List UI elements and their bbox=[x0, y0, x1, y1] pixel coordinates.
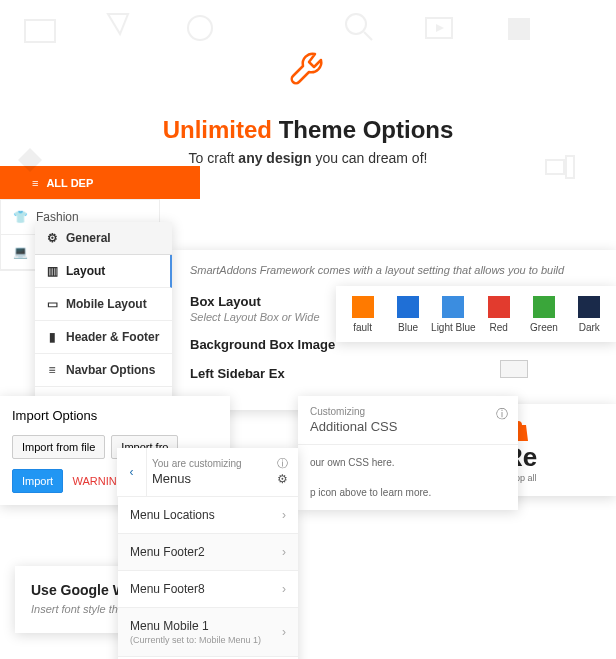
addcss-context: Customizing bbox=[310, 406, 506, 417]
color-swatches: fault Blue Light Blue Red Green Dark bbox=[336, 286, 616, 342]
addcss-body[interactable]: our own CSS here. p icon above to learn … bbox=[298, 445, 518, 510]
layout-icon: ▥ bbox=[45, 264, 59, 278]
tab-header-footer[interactable]: ▮Header & Footer bbox=[35, 321, 172, 354]
header-icon: ▮ bbox=[45, 330, 59, 344]
wrench-icon bbox=[285, 48, 331, 98]
tab-navbar-options[interactable]: ≡Navbar Options bbox=[35, 354, 172, 387]
swatch-default[interactable]: fault bbox=[340, 296, 385, 333]
menu-locations-item[interactable]: Menu Locations› bbox=[118, 497, 298, 534]
tab-mobile-layout[interactable]: ▭Mobile Layout bbox=[35, 288, 172, 321]
chevron-right-icon: › bbox=[282, 582, 286, 596]
layout-note: SmartAddons Framework comes with a layou… bbox=[190, 264, 598, 276]
help-icon[interactable]: ⓘ bbox=[277, 456, 288, 471]
help-icon[interactable]: ⓘ bbox=[496, 406, 508, 423]
navbar-icon: ≡ bbox=[45, 363, 59, 377]
settings-tabs: ⚙General ▥Layout ▭Mobile Layout ▮Header … bbox=[35, 222, 172, 420]
chevron-right-icon: › bbox=[282, 625, 286, 639]
left-sidebar-title: Left Sidebar Ex bbox=[190, 366, 598, 381]
customizer-menus-panel: ‹ You are customizing Menus ⓘ ⚙ Menu Loc… bbox=[118, 448, 298, 659]
swatch-red[interactable]: Red bbox=[476, 296, 521, 333]
swatch-blue[interactable]: Blue bbox=[385, 296, 430, 333]
swatch-dark[interactable]: Dark bbox=[567, 296, 612, 333]
page-title: Unlimited Theme Options bbox=[0, 116, 616, 144]
menu-footer8-item[interactable]: Menu Footer8› bbox=[118, 571, 298, 608]
settings-icon[interactable]: ⚙ bbox=[277, 472, 288, 486]
chevron-right-icon: › bbox=[282, 545, 286, 559]
import-button[interactable]: Import bbox=[12, 469, 63, 493]
page-subtitle: To craft any design you can dream of! bbox=[0, 150, 616, 166]
back-button[interactable]: ‹ bbox=[117, 448, 147, 496]
tab-layout[interactable]: ▥Layout bbox=[35, 255, 172, 288]
menu-footer2-item[interactable]: Menu Footer2› bbox=[118, 534, 298, 571]
bg-image-control[interactable] bbox=[500, 360, 528, 378]
swatch-green[interactable]: Green bbox=[521, 296, 566, 333]
gear-icon: ⚙ bbox=[45, 231, 59, 245]
customizer-context: You are customizing bbox=[152, 458, 286, 469]
chevron-right-icon: › bbox=[282, 508, 286, 522]
additional-css-panel: Customizing Additional CSS ⓘ our own CSS… bbox=[298, 396, 518, 510]
addcss-title: Additional CSS bbox=[310, 419, 506, 434]
mobile-icon: ▭ bbox=[45, 297, 59, 311]
menu-mobile1-item[interactable]: Menu Mobile 1(Currently set to: Mobile M… bbox=[118, 608, 298, 657]
customizer-title: Menus bbox=[152, 471, 286, 486]
import-title: Import Options bbox=[12, 408, 218, 423]
tab-general[interactable]: ⚙General bbox=[35, 222, 172, 255]
import-from-file-button[interactable]: Import from file bbox=[12, 435, 105, 459]
swatch-light-blue[interactable]: Light Blue bbox=[431, 296, 476, 333]
